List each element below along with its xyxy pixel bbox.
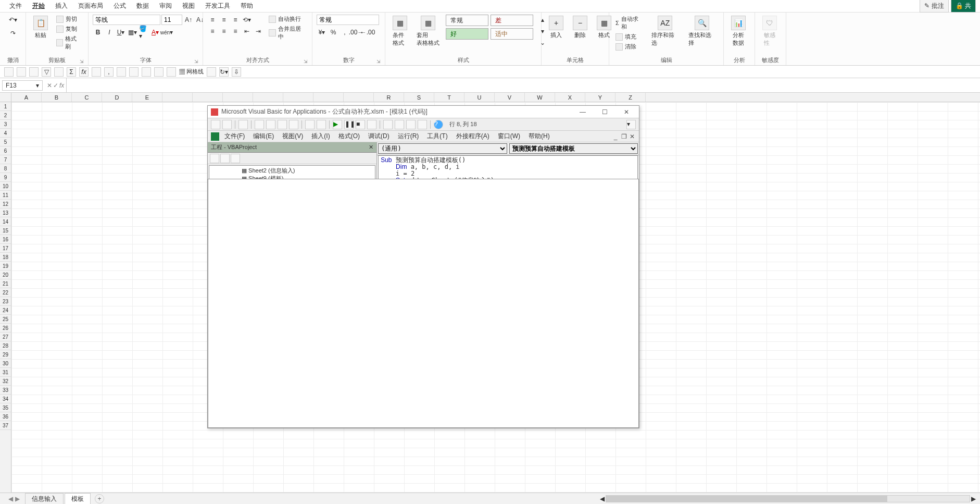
sort-filter-button[interactable]: AZ排序和筛选 (648, 15, 682, 48)
table-format-button[interactable]: ▦套用 表格格式 (413, 15, 443, 48)
qat-btn-16[interactable] (207, 67, 216, 77)
share-button[interactable]: 🔒 共 (951, 0, 976, 13)
merge-center-button[interactable]: 合并后居中 (267, 24, 308, 41)
qat-btn-11[interactable] (129, 67, 139, 77)
vbe-tb-insert-icon[interactable] (222, 120, 232, 129)
qat-refresh-icon[interactable]: ↻▾ (219, 67, 229, 77)
vbe-menu-window[interactable]: 窗口(W) (495, 131, 523, 142)
code-proc-select[interactable]: 预测预算自动搭建模板 (509, 143, 638, 154)
vbe-menu-insert[interactable]: 插入(I) (308, 131, 333, 142)
vbe-tb-run-icon[interactable]: ▶ (333, 120, 342, 129)
redo-button[interactable]: ↷ (8, 28, 18, 39)
sensitivity-button[interactable]: 🛡敏感 性 (759, 15, 780, 48)
vbe-tb-view-icon[interactable] (211, 120, 220, 129)
insert-cells-button[interactable]: +插入 (546, 15, 567, 40)
font-size-select[interactable] (161, 15, 182, 25)
fx-icon[interactable]: fx (59, 82, 64, 89)
delete-cells-button[interactable]: −删除 (570, 15, 590, 40)
align-left-button[interactable]: ≡ (207, 26, 218, 36)
number-format-select[interactable] (317, 15, 379, 25)
dec-decimal-button[interactable]: ←.00 (362, 27, 373, 38)
qat-btn-5[interactable] (54, 67, 64, 77)
vbe-tb-break-icon[interactable]: ❚❚ (344, 120, 354, 129)
hscroll-thumb[interactable] (606, 496, 887, 502)
row-headers[interactable]: 1234567891011121314151617181920212223242… (0, 102, 11, 493)
vbe-tb-save-icon[interactable] (238, 120, 248, 129)
vbe-tb-reset-icon[interactable]: ■ (356, 120, 365, 129)
align-launcher-icon[interactable]: ⇲ (304, 59, 308, 64)
qat-btn-2[interactable] (17, 67, 26, 77)
font-color-button[interactable]: A▾ (150, 27, 160, 38)
percent-button[interactable]: % (328, 27, 338, 38)
align-right-button[interactable]: ≡ (230, 26, 241, 36)
fill-color-button[interactable]: 🪣▾ (139, 27, 149, 38)
undo-button[interactable]: ↶▾ (8, 15, 18, 25)
cut-button[interactable]: 剪切 (54, 15, 84, 23)
vbe-tb-props-icon[interactable] (395, 120, 404, 129)
bold-button[interactable]: B (93, 27, 103, 38)
menu-review[interactable]: 审阅 (154, 0, 177, 12)
vbe-tb-copy-icon[interactable] (266, 120, 275, 129)
align-top-button[interactable]: ≡ (207, 15, 218, 25)
vbe-menu-run[interactable]: 运行(R) (395, 131, 422, 142)
qat-btn-12[interactable] (142, 67, 151, 77)
qat-btn-14[interactable] (167, 67, 176, 77)
style-bad[interactable]: 差 (491, 15, 533, 26)
qat-gridlines-label[interactable]: ▦ 网格线 (179, 68, 204, 76)
increase-font-button[interactable]: A↑ (183, 15, 194, 25)
tab-nav-last-icon[interactable]: ▶ (15, 495, 20, 502)
underline-button[interactable]: U▾ (116, 27, 126, 38)
hscroll-right-icon[interactable]: ▶ (971, 495, 976, 502)
immediate-window[interactable] (208, 179, 639, 428)
proj-tb-3[interactable] (231, 154, 240, 163)
style-neutral[interactable]: 适中 (491, 28, 533, 40)
qat-fx-icon[interactable]: fx (79, 67, 89, 77)
vbe-tb-toolbox-icon[interactable] (418, 120, 427, 129)
qat-more-icon[interactable]: ⇩ (232, 67, 241, 77)
vbe-max-button[interactable]: ☐ (595, 108, 614, 116)
currency-button[interactable]: ¥▾ (317, 27, 327, 38)
align-center-button[interactable]: ≡ (219, 26, 229, 36)
align-bottom-button[interactable]: ≡ (230, 15, 241, 25)
menu-file[interactable]: 文件 (4, 0, 27, 12)
vbe-tb-redo-icon[interactable] (317, 120, 326, 129)
qat-comma-icon[interactable]: , (104, 67, 114, 77)
hscroll-left-icon[interactable]: ◀ (600, 495, 605, 502)
cancel-formula-icon[interactable]: ✕ (47, 82, 52, 89)
code-object-select[interactable]: (通用) (378, 143, 507, 154)
indent-dec-button[interactable]: ⇤ (242, 26, 252, 36)
vbe-menu-edit[interactable]: 编辑(E) (250, 131, 277, 142)
qat-btn-3[interactable] (29, 67, 39, 77)
qat-btn-8[interactable] (92, 67, 101, 77)
vbe-tb-paste-icon[interactable] (278, 120, 287, 129)
column-headers[interactable]: ABCDERSTUVWXYZ (11, 93, 980, 102)
border-button[interactable]: ▦▾ (127, 27, 137, 38)
fill-button[interactable]: 填充 (613, 32, 645, 41)
vbe-tb-undo-icon[interactable] (305, 120, 315, 129)
font-name-select[interactable] (93, 15, 160, 25)
vbe-menu-view[interactable]: 视图(V) (279, 131, 306, 142)
select-all-corner[interactable] (0, 93, 11, 102)
formula-input[interactable] (66, 78, 980, 92)
add-sheet-button[interactable]: + (95, 494, 104, 503)
vbe-excel-icon[interactable] (211, 132, 219, 141)
name-box[interactable]: F13▾ (2, 80, 43, 91)
mdi-min-icon[interactable]: _ (612, 133, 619, 140)
hscroll-track[interactable] (606, 495, 970, 502)
phonetic-button[interactable]: wén▾ (161, 27, 172, 38)
orientation-button[interactable]: ⟲▾ (242, 15, 252, 25)
align-middle-button[interactable]: ≡ (219, 15, 229, 25)
vbe-tb-overflow-icon[interactable]: ▾ (626, 120, 636, 129)
vbe-menu-file[interactable]: 文件(F) (221, 131, 248, 142)
menu-home[interactable]: 开始 (27, 0, 50, 12)
confirm-formula-icon[interactable]: ✓ (53, 82, 58, 89)
comments-button[interactable]: ✎ 批注 (920, 0, 948, 13)
tab-nav-first-icon[interactable]: ◀ (8, 495, 13, 502)
analyze-data-button[interactable]: 📊分析 数据 (728, 15, 749, 48)
vbe-tb-help-icon[interactable]: ? (434, 120, 443, 129)
cond-format-button[interactable]: ▦条件格式 (390, 15, 410, 48)
vbe-menu-tools[interactable]: 工具(T) (424, 131, 450, 142)
format-painter-button[interactable]: 格式刷 (54, 34, 84, 51)
menu-help[interactable]: 帮助 (235, 0, 258, 12)
italic-button[interactable]: I (104, 27, 115, 38)
